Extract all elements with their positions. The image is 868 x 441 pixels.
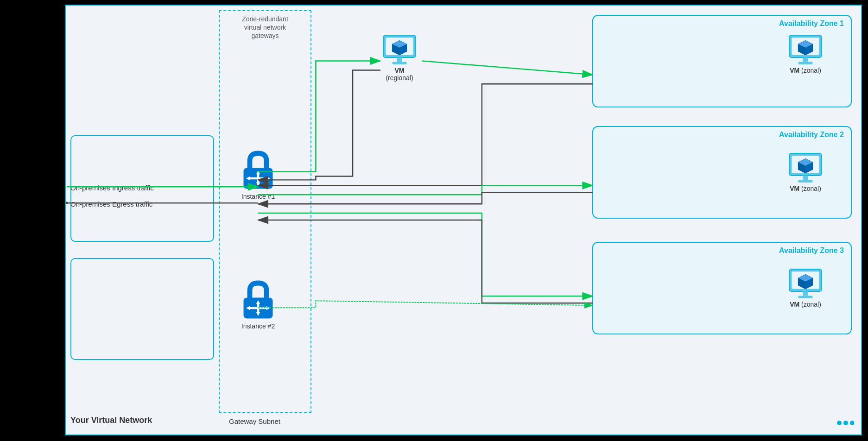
vm-regional: VM(regional)	[381, 33, 418, 82]
svg-rect-45	[798, 296, 812, 298]
svg-rect-44	[803, 291, 808, 296]
on-prem-egress-label: On-premises Egress traffic	[70, 200, 152, 208]
zone-redundant-label: Zone-redundantvirtual networkgateways	[221, 15, 309, 40]
lock-instance-2: Instance #2	[237, 279, 279, 330]
instance2-label: Instance #2	[241, 322, 275, 330]
svg-point-55	[850, 421, 854, 425]
gateway-subnet-box: Gateway Subnet	[219, 10, 311, 413]
on-prem-ingress-label: On-premises Ingress traffic	[70, 184, 154, 192]
az3-title: Availability Zone 3	[779, 246, 844, 255]
lock-instance-1: Instance #1	[237, 149, 279, 200]
svg-rect-29	[798, 62, 812, 64]
vm-zone1: VM (zonal)	[787, 33, 824, 74]
svg-rect-37	[798, 180, 812, 182]
svg-line-52	[422, 61, 592, 75]
vm-regional-label: VM(regional)	[386, 67, 413, 82]
vm-zone2-label: VM (zonal)	[790, 185, 821, 192]
main-diagram-container: Gateway Subnet Zone-redundantvirtual net…	[65, 5, 862, 435]
svg-rect-28	[803, 57, 808, 62]
instance1-label: Instance #1	[241, 193, 275, 200]
vm-zone2: VM (zonal)	[787, 151, 824, 192]
gateway-subnet-label: Gateway Subnet	[229, 417, 280, 425]
svg-rect-21	[392, 62, 406, 64]
az1-title: Availability Zone 1	[779, 19, 844, 28]
svg-rect-6	[250, 177, 266, 179]
svg-point-53	[837, 421, 842, 425]
az2-title: Availability Zone 2	[779, 131, 844, 139]
svg-rect-20	[397, 57, 402, 62]
svg-rect-13	[250, 307, 266, 309]
vm-zone3: VM (zonal)	[787, 267, 824, 308]
vm-zone3-label: VM (zonal)	[790, 301, 821, 308]
svg-point-54	[843, 421, 848, 425]
vnet-label: Your Virtual Network	[70, 416, 152, 425]
svg-rect-36	[803, 176, 808, 180]
nav-dots[interactable]	[836, 418, 854, 428]
az3-bottom-left-box	[70, 258, 214, 360]
vm-zone1-label: VM (zonal)	[790, 67, 821, 74]
